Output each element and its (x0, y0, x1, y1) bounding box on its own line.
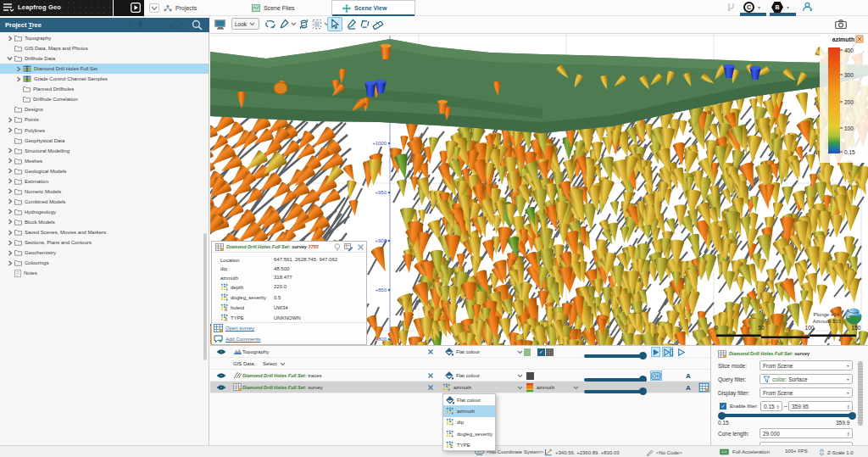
svg-text:200: 200 (844, 99, 854, 105)
svg-text:50: 50 (758, 325, 765, 331)
svg-text:+850: +850 (375, 287, 387, 293)
svg-text:Azimuth 233: Azimuth 233 (813, 319, 842, 324)
svg-text:0.15: 0.15 (844, 149, 855, 155)
svg-text:E: E (847, 314, 850, 319)
svg-text:100: 100 (844, 125, 854, 131)
svg-text:150: 150 (852, 325, 861, 331)
svg-text:+1000: +1000 (372, 141, 387, 146)
svg-text:A: A (449, 445, 453, 450)
svg-text:+900: +900 (375, 238, 387, 243)
svg-text:N: N (859, 310, 862, 315)
svg-text:100: 100 (805, 325, 815, 331)
svg-text:300: 300 (844, 72, 854, 78)
svg-text:+950: +950 (375, 190, 387, 195)
svg-text:0: 0 (715, 325, 718, 331)
svg-text:400: 400 (844, 47, 854, 53)
svg-text:A: A (224, 307, 227, 312)
svg-text:azimuth: azimuth (832, 36, 854, 42)
svg-text:Plunge +04: Plunge +04 (813, 312, 839, 317)
svg-text:12: 12 (175, 23, 181, 28)
